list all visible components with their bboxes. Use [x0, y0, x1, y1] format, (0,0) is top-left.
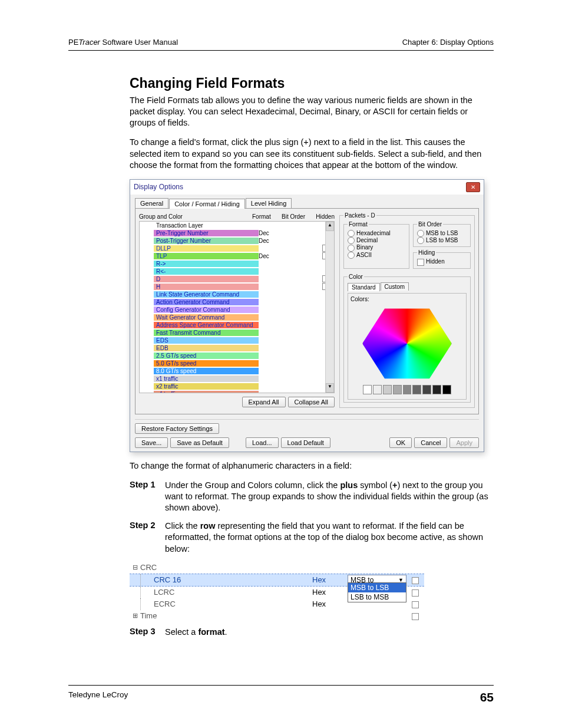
- tree-row[interactable]: Post-Trigger NumberDec: [140, 237, 334, 245]
- bitorder-opt-msb[interactable]: MSB to LSB: [417, 230, 467, 237]
- tab-general[interactable]: General: [135, 198, 168, 208]
- format-opt-bin[interactable]: Binary: [348, 244, 405, 251]
- load-button[interactable]: Load...: [246, 437, 279, 448]
- color-tab-standard[interactable]: Standard: [348, 283, 380, 291]
- tree-row-label: Post-Trigger Number: [154, 238, 259, 244]
- colors-label: Colors:: [351, 296, 464, 302]
- intro-para-1: The Field Formats tab allows you to defi…: [130, 95, 494, 129]
- save-button[interactable]: Save...: [135, 437, 168, 448]
- tree-row[interactable]: Transaction Layer: [140, 222, 334, 229]
- tree-row[interactable]: Link State Generator Command: [140, 291, 334, 298]
- tree-row[interactable]: x1 traffic: [140, 375, 334, 383]
- checkbox-icon[interactable]: [412, 589, 419, 597]
- ok-button[interactable]: OK: [389, 437, 412, 448]
- tree-row[interactable]: EDS: [140, 337, 334, 344]
- expand-all-button[interactable]: Expand All: [242, 397, 286, 407]
- tree-collapse-icon[interactable]: ⊟: [130, 564, 140, 571]
- snippet-row-lcrc[interactable]: LCRC Hex MSB to LSB LSB to MSB: [130, 587, 424, 598]
- hiding-checkbox[interactable]: Hidden: [417, 258, 467, 265]
- dialog-button-row: Restore Factory Settings Save... Save as…: [135, 419, 479, 452]
- tree-row[interactable]: D: [140, 275, 334, 283]
- packets-legend: Packets - D: [343, 212, 376, 219]
- checkbox-icon[interactable]: [412, 613, 419, 620]
- tree-row[interactable]: Fast Transmit Command: [140, 329, 334, 337]
- tree-row-format: Dec: [259, 238, 288, 244]
- para-after-dialog: To change the format of alphanumeric cha…: [130, 460, 494, 472]
- scrollbar[interactable]: ▲ ▼: [325, 222, 334, 393]
- tab-level-hiding[interactable]: Level Hiding: [246, 198, 292, 208]
- tree-row-label: R->: [154, 261, 259, 267]
- step-2: Step 2 Click the row representing the fi…: [130, 521, 494, 554]
- format-opt-ascii[interactable]: ASCII: [348, 252, 405, 259]
- tree-row[interactable]: R<-: [140, 268, 334, 275]
- tree-row[interactable]: H: [140, 283, 334, 291]
- tree-row-label: H: [154, 284, 259, 290]
- tree-row[interactable]: x4 traffic: [140, 390, 334, 393]
- scroll-down-icon[interactable]: ▼: [326, 383, 334, 393]
- save-default-button[interactable]: Save as Default: [170, 437, 229, 448]
- tree-row[interactable]: 2.5 GT/s speed: [140, 352, 334, 360]
- tree-row[interactable]: Config Generator Command: [140, 306, 334, 314]
- radio-icon: [348, 230, 355, 237]
- tree-expand-icon[interactable]: ⊞: [130, 612, 140, 620]
- tab-panel: Group and Color Format Bit Order Hidden …: [135, 208, 479, 414]
- tree-row-label: TLP: [154, 253, 259, 259]
- format-opt-dec[interactable]: Decimal: [348, 237, 405, 244]
- color-legend: Color: [348, 274, 364, 280]
- tree-row-label: Wait Generator Command: [154, 314, 259, 321]
- checkbox-icon[interactable]: [412, 577, 419, 584]
- tree-row[interactable]: Action Generator Command: [140, 298, 334, 306]
- color-picker-hexagon[interactable]: [362, 305, 452, 383]
- radio-icon: [348, 252, 355, 259]
- apply-button[interactable]: Apply: [449, 437, 479, 448]
- bitorder-dropdown-list[interactable]: MSB to LSB LSB to MSB: [348, 582, 406, 602]
- radio-icon: [348, 237, 355, 244]
- format-opt-hex[interactable]: Hexadecimal: [348, 230, 405, 237]
- tree-row[interactable]: x2 traffic: [140, 383, 334, 390]
- dd-opt-lsb[interactable]: LSB to MSB: [348, 592, 406, 602]
- snippet-root[interactable]: ⊟ CRC: [130, 562, 424, 574]
- tree-list[interactable]: Transaction LayerPre-Trigger NumberDecPo…: [139, 221, 335, 393]
- step-1-label: Step 1: [130, 480, 165, 513]
- tree-row[interactable]: Pre-Trigger NumberDec: [140, 229, 334, 237]
- tree-row[interactable]: 8.0 GT/s speed: [140, 367, 334, 375]
- scroll-up-icon[interactable]: ▲: [326, 222, 334, 231]
- header-italic: Tracer: [78, 38, 100, 47]
- tree-row[interactable]: R->: [140, 260, 334, 268]
- collapse-all-button[interactable]: Collapse All: [288, 397, 335, 407]
- tree-header: Group and Color Format Bit Order Hidden: [139, 212, 335, 221]
- color-fieldset: Color Standard Custom Colors:: [343, 274, 471, 403]
- page-footer: Teledyne LeCroy 65: [68, 685, 494, 704]
- tree-row[interactable]: TLPDec: [140, 252, 334, 260]
- bitorder-opt-lsb[interactable]: LSB to MSB: [417, 237, 467, 244]
- tree-row[interactable]: Wait Generator Command: [140, 314, 334, 321]
- bitorder-legend: Bit Order: [417, 221, 443, 228]
- load-default-button[interactable]: Load Default: [281, 437, 330, 448]
- grayscale-row[interactable]: [363, 385, 451, 394]
- snippet-next-group[interactable]: ⊞ Time: [130, 610, 424, 622]
- tree-row-format: Dec: [259, 230, 288, 236]
- radio-icon: [348, 245, 355, 252]
- dd-opt-msb[interactable]: MSB to LSB: [348, 583, 406, 592]
- tab-color-format-hiding[interactable]: Color / Format / Hiding: [169, 199, 245, 209]
- cancel-button[interactable]: Cancel: [414, 437, 447, 448]
- step-1: Step 1 Under the Group and Colors column…: [130, 480, 494, 513]
- header-rest: Software User Manual: [100, 38, 178, 47]
- color-tab-custom[interactable]: Custom: [381, 282, 409, 291]
- col-group: Group and Color: [139, 213, 252, 220]
- tree-row[interactable]: Address Space Generator Command: [140, 321, 334, 329]
- restore-factory-button[interactable]: Restore Factory Settings: [135, 423, 219, 434]
- tree-row-label: D: [154, 276, 259, 282]
- tree-row-label: Action Generator Command: [154, 299, 259, 305]
- header-left: PETracer Software User Manual: [68, 38, 178, 47]
- tree-row[interactable]: EDB: [140, 344, 334, 352]
- tree-row[interactable]: 5.0 GT/s speed: [140, 360, 334, 367]
- tree-column: Group and Color Format Bit Order Hidden …: [139, 212, 335, 410]
- close-icon[interactable]: ✕: [466, 182, 480, 192]
- tree-row[interactable]: DLLP: [140, 245, 334, 252]
- checkbox-icon[interactable]: [412, 601, 419, 608]
- tree-row-label: DLLP: [154, 245, 259, 252]
- intro-para-2: To change a field's format, click the pl…: [130, 137, 494, 170]
- hiding-fieldset: Hiding Hidden: [413, 249, 471, 268]
- tree-row-label: 5.0 GT/s speed: [154, 360, 259, 367]
